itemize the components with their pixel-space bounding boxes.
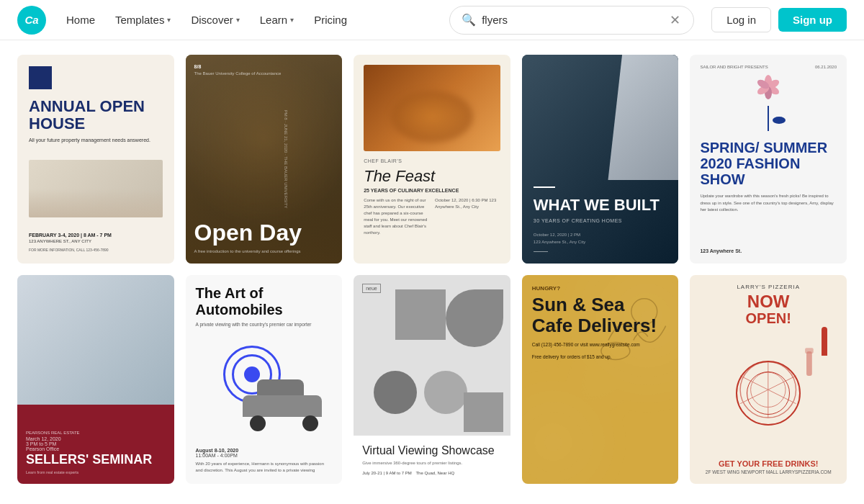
search-bar: 🔍 ✕ [449,6,694,35]
templates-grid: ANNUAL OPEN HOUSE All your future proper… [0,40,864,504]
template-card-5[interactable]: SAILOR AND BRIGHT PRESENTS 06.21.2020 SP… [690,55,847,264]
template-card-4[interactable]: WHAT WE BUILT 30 YEARS OF CREATING HOMES… [522,55,679,264]
template-card-6[interactable]: PEARSONS REAL ESTATE March 12, 2020 3 PM… [17,275,174,484]
template-card-9[interactable]: HUNGRY? Sun & Sea Cafe Delivers! Call (1… [522,275,679,484]
card-4-subtitle: 30 YEARS OF CREATING HOMES [534,218,667,223]
card-9-call: Call (123) 456-7890 or visit www.reallyg… [532,341,669,348]
auth-buttons: Log in Sign up [711,7,847,32]
search-input[interactable] [482,14,662,26]
card-4-date: October 12, 2020 | 2 PM 123 Anywhere St.… [534,232,667,252]
nav-templates[interactable]: Templates ▾ [107,9,179,30]
template-card-1[interactable]: ANNUAL OPEN HOUSE All your future proper… [17,55,174,264]
chevron-down-icon: ▾ [167,16,171,24]
canva-logo[interactable]: Ca [17,6,46,35]
card-4-bottom-line [534,251,548,252]
card-4-content: WHAT WE BUILT 30 YEARS OF CREATING HOMES… [522,55,679,264]
template-card-10[interactable]: LARRY'S PIZZERIA NOW OPEN! [690,275,847,484]
nav-pricing[interactable]: Pricing [305,9,356,30]
card-4-divider [534,186,555,188]
nav-home[interactable]: Home [58,9,104,30]
card-4-title: WHAT WE BUILT [534,197,667,214]
card-9-title: Sun & Sea Cafe Delivers! [532,294,669,336]
chevron-down-icon: ▾ [290,16,294,24]
card-2-logo: 8/8 The Bauer University College of Acco… [194,63,282,76]
search-icon: 🔍 [462,13,476,27]
template-card-8[interactable]: neue Virtual Viewing Showcase Give immer… [354,275,510,484]
signup-button[interactable]: Sign up [778,8,847,32]
card-2-content: 8/8 The Bauer University College of Acco… [194,63,334,255]
main-nav: Home Templates ▾ Discover ▾ Learn ▾ Pric… [58,9,432,30]
card-9-content: HUNGRY? Sun & Sea Cafe Delivers! Call (1… [532,285,669,361]
close-icon[interactable]: ✕ [668,11,682,30]
header: Ca Home Templates ▾ Discover ▾ Learn ▾ P… [0,0,864,40]
nav-learn[interactable]: Learn ▾ [251,9,302,30]
chevron-down-icon: ▾ [236,16,240,24]
nav-discover[interactable]: Discover ▾ [182,9,248,30]
card-2-title: Open Day [194,221,334,244]
logo-text: Ca [24,14,38,26]
card-grid: ANNUAL OPEN HOUSE All your future proper… [17,55,847,484]
template-card-7[interactable]: The Art of Automobiles A private viewing… [186,275,343,484]
template-card-2[interactable]: 8/8 The Bauer University College of Acco… [186,55,343,264]
login-button[interactable]: Log in [711,7,771,32]
card-9-top-text: HUNGRY? [532,285,669,292]
card-2-info: A free introduction to the university an… [194,248,334,255]
card-2-header: 8/8 The Bauer University College of Acco… [194,63,334,76]
template-card-3[interactable]: CHEF BLAIR'S The Feast 25 YEARS OF CULIN… [354,55,510,264]
card-9-promo: Free delivery for orders of $15 and up. [532,354,669,361]
